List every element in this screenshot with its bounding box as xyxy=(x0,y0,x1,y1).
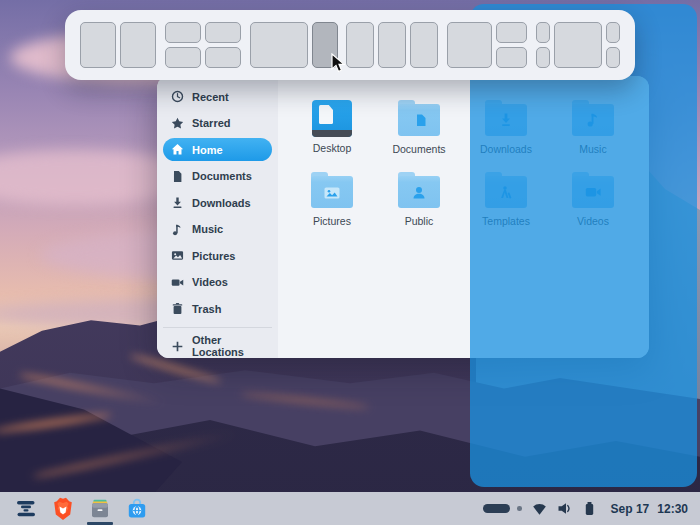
sidebar-item-label: Pictures xyxy=(192,250,235,262)
running-app-indicator xyxy=(87,522,113,525)
sidebar-item-videos[interactable]: Videos xyxy=(163,271,272,294)
layout-option-three-columns[interactable] xyxy=(346,22,438,68)
home-icon xyxy=(171,143,184,156)
layout-pane[interactable] xyxy=(536,47,550,68)
file-label: Documents xyxy=(392,143,445,155)
battery-icon[interactable] xyxy=(582,501,597,516)
layout-pane[interactable] xyxy=(120,22,156,68)
brave-icon xyxy=(51,497,75,521)
documents-folder-icon xyxy=(398,100,440,138)
sidebar-item-label: Home xyxy=(192,144,223,156)
software-bag-icon xyxy=(125,497,149,521)
layout-option-two-thirds-left[interactable] xyxy=(250,22,338,68)
file-manager-sidebar: Recent Starred Home Documents Downloads … xyxy=(157,76,278,358)
software-store-button[interactable] xyxy=(123,495,151,523)
plus-icon xyxy=(171,340,184,353)
layout-option-center-with-side-stacks[interactable] xyxy=(536,22,620,68)
file-label: Pictures xyxy=(313,215,351,227)
image-icon xyxy=(171,249,184,262)
music-note-icon xyxy=(171,223,184,236)
zorin-menu-button[interactable] xyxy=(12,495,40,523)
desktop-folder-icon xyxy=(312,100,352,137)
pictures-folder-icon xyxy=(311,172,353,210)
layout-option-quarter-grid[interactable] xyxy=(165,22,241,68)
public-folder-icon xyxy=(398,172,440,210)
layout-pane[interactable] xyxy=(378,22,406,68)
layout-pane[interactable] xyxy=(165,22,201,43)
volume-icon[interactable] xyxy=(557,501,572,516)
clock[interactable]: Sep 17 12:30 xyxy=(611,502,688,516)
sidebar-item-recent[interactable]: Recent xyxy=(163,85,272,108)
file-item-desktop[interactable]: Desktop xyxy=(292,100,372,160)
file-item-documents[interactable]: Documents xyxy=(379,100,459,160)
sidebar-item-label: Music xyxy=(192,223,223,235)
dot-indicator xyxy=(517,506,522,511)
layout-option-half-left-stacked-right[interactable] xyxy=(447,22,527,68)
layout-pane[interactable] xyxy=(346,22,374,68)
sidebar-item-label: Starred xyxy=(192,117,231,129)
sidebar-item-label: Recent xyxy=(192,91,229,103)
layout-pane[interactable] xyxy=(165,47,201,68)
sidebar-item-home[interactable]: Home xyxy=(163,138,272,161)
sidebar-item-pictures[interactable]: Pictures xyxy=(163,244,272,267)
sidebar-item-starred[interactable]: Starred xyxy=(163,112,272,135)
file-item-public[interactable]: Public xyxy=(379,172,459,232)
sidebar-item-documents[interactable]: Documents xyxy=(163,165,272,188)
layout-pane[interactable] xyxy=(80,22,116,68)
layout-pane[interactable] xyxy=(536,22,550,43)
sidebar-item-downloads[interactable]: Downloads xyxy=(163,191,272,214)
trash-icon xyxy=(171,302,184,315)
file-label: Public xyxy=(405,215,434,227)
sidebar-item-label: Videos xyxy=(192,276,228,288)
mouse-cursor xyxy=(331,53,346,78)
file-item-pictures[interactable]: Pictures xyxy=(292,172,372,232)
brave-browser-button[interactable] xyxy=(49,495,77,523)
layout-pane[interactable] xyxy=(410,22,438,68)
sidebar-item-label: Trash xyxy=(192,303,221,315)
files-app-button[interactable] xyxy=(86,495,114,523)
tray-date: Sep 17 xyxy=(611,502,650,516)
video-camera-icon xyxy=(171,276,184,289)
clock-icon xyxy=(171,90,184,103)
sidebar-item-label: Downloads xyxy=(192,197,251,209)
layout-pane[interactable] xyxy=(496,22,527,43)
layout-pane[interactable] xyxy=(250,22,308,68)
layout-pane[interactable] xyxy=(205,22,241,43)
file-label: Desktop xyxy=(313,142,352,154)
system-tray: Sep 17 12:30 xyxy=(483,501,688,516)
file-cabinet-icon xyxy=(88,497,112,521)
layout-pane[interactable] xyxy=(447,22,492,68)
tray-time: 12:30 xyxy=(657,502,688,516)
sidebar-item-label: Other Locations xyxy=(192,334,264,358)
download-icon xyxy=(171,196,184,209)
sidebar-item-other-locations[interactable]: Other Locations xyxy=(163,327,272,358)
layout-pane[interactable] xyxy=(496,47,527,68)
sidebar-item-trash[interactable]: Trash xyxy=(163,297,272,320)
sidebar-item-label: Documents xyxy=(192,170,252,182)
sidebar-item-music[interactable]: Music xyxy=(163,218,272,241)
taskbar-apps xyxy=(12,495,151,523)
star-icon xyxy=(171,117,184,130)
capsule-indicator[interactable] xyxy=(483,504,510,513)
taskbar: Sep 17 12:30 xyxy=(0,492,700,525)
layout-pane[interactable] xyxy=(554,22,602,68)
zorin-logo-icon xyxy=(14,497,38,521)
layout-pane[interactable] xyxy=(606,22,620,43)
layout-pane[interactable] xyxy=(606,47,620,68)
layout-option-split-halves[interactable] xyxy=(80,22,156,68)
wifi-icon[interactable] xyxy=(532,501,547,516)
layout-pane[interactable] xyxy=(205,47,241,68)
tiling-layout-popup xyxy=(65,10,635,80)
document-icon xyxy=(171,170,184,183)
